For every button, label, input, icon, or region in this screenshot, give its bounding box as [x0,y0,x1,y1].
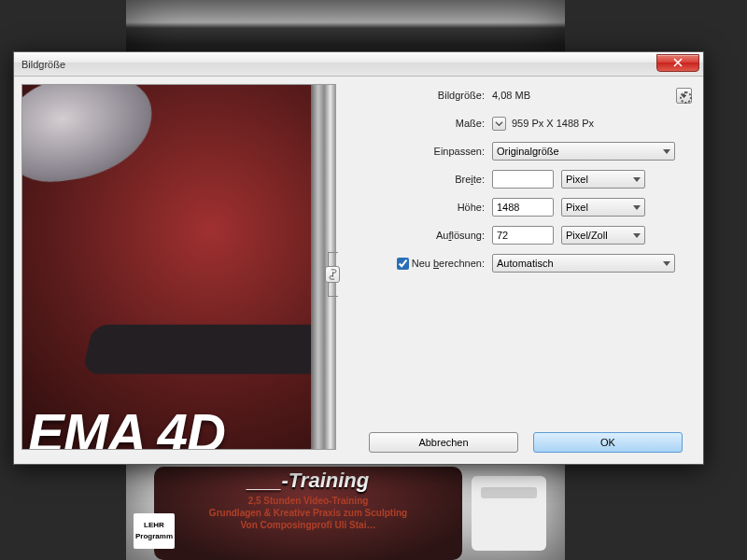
chevron-down-icon [663,261,670,266]
preview-plate [82,325,336,374]
resample-label-wrap: Neu berechnen: [350,258,492,270]
chevron-down-icon [633,177,641,182]
resolution-label: Auflösung: [350,230,492,241]
preview-logo-text: EMA 4D [28,401,225,450]
dims-label: Maße: [350,118,492,129]
cancel-button[interactable]: Abbrechen [369,432,518,453]
size-value: 4,08 MB [492,90,530,101]
size-label: Bildgröße: [350,90,492,101]
height-label: Höhe: [350,202,492,213]
bg-title: ___-Training [154,467,462,493]
bg-case-insert [472,476,546,551]
close-button[interactable] [656,54,699,72]
resample-select[interactable]: Automatisch [492,254,675,273]
width-unit-select[interactable]: Pixel [561,170,645,189]
dims-unit-menu[interactable] [492,117,506,131]
width-input[interactable] [492,170,554,189]
fit-select[interactable]: Originalgröße [492,142,675,161]
form-area: Bildgröße: 4,08 MB Maße: 959 Px X 1488 P… [350,86,692,282]
titlebar[interactable]: Bildgröße [14,52,703,77]
button-row: Abbrechen OK [369,432,683,453]
resample-checkbox[interactable] [397,258,409,270]
resample-label: Neu berechnen: [412,258,485,269]
gear-icon[interactable] [676,88,692,104]
preview-panel[interactable]: EMA 4D [21,84,336,450]
link-dimensions [328,252,345,297]
fit-label: Einpassen: [350,146,492,157]
chevron-down-icon [663,149,670,154]
link-toggle-button[interactable] [325,266,340,283]
bg-dvd-cover: ___-Training 2,5 Stunden Video-Training … [154,467,462,560]
width-label: Breite: [350,174,492,185]
resolution-input[interactable] [492,226,554,245]
height-input[interactable] [492,198,554,217]
window-title: Bildgröße [21,59,65,70]
height-unit-select[interactable]: Pixel [561,198,645,217]
bg-lehr-badge: LEHR Programm [134,513,175,549]
chevron-down-icon [633,233,641,238]
preview-cloth [21,84,160,189]
resolution-unit-select[interactable]: Pixel/Zoll [561,226,645,245]
image-size-dialog: Bildgröße EMA 4D Bildgröße: 4,08 MB Maße… [13,51,704,465]
chevron-down-icon [633,205,641,210]
ok-button[interactable]: OK [533,432,683,453]
dims-value: 959 Px X 1488 Px [512,118,594,129]
bg-sub: 2,5 Stunden Video-Training Grundlagen & … [154,495,462,531]
